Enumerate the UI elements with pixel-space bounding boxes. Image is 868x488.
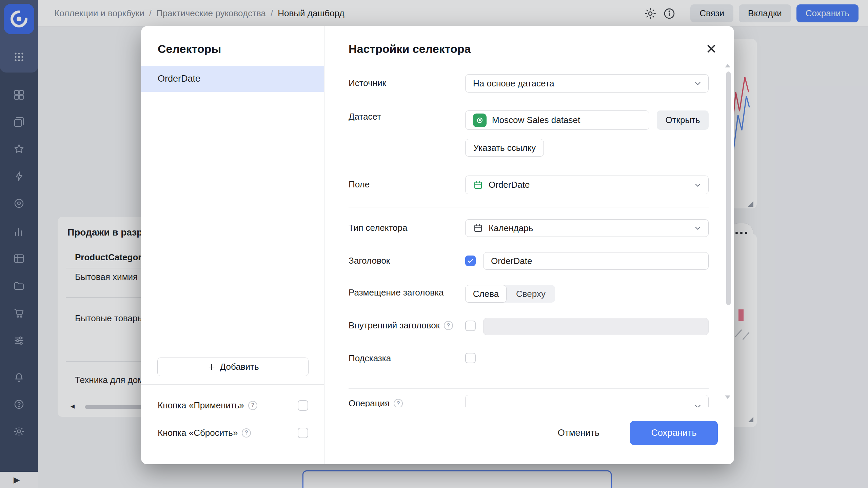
dataset-field[interactable]: Moscow Sales dataset (465, 110, 649, 130)
reset-button-checkbox[interactable] (298, 428, 308, 438)
chevron-down-icon (693, 79, 702, 88)
selector-type-label: Тип селектора (349, 223, 407, 233)
close-icon[interactable]: × (706, 40, 716, 57)
help-question-icon[interactable]: ? (242, 428, 251, 438)
form-divider (349, 388, 709, 389)
date-field-calendar-icon (473, 180, 483, 190)
add-selector-label: Добавить (220, 362, 259, 372)
placement-label: Размещение заголовка (349, 287, 443, 298)
selectors-list-panel: Селекторы OrderDate Добавить Кнопка «При… (141, 26, 324, 464)
dataset-label: Датасет (349, 111, 381, 122)
form-divider (349, 207, 709, 207)
hint-label: Подсказка (349, 353, 391, 364)
chevron-down-icon (693, 402, 702, 407)
cancel-button[interactable]: Отменить (556, 427, 601, 439)
operation-label-text: Операция (349, 398, 390, 407)
screen: ▶ Коллекции и воркбуки / Практические ру… (0, 0, 868, 488)
settings-panel-title: Настройки селектора (349, 42, 471, 56)
placement-segmented-control: Слева Сверху (465, 285, 555, 303)
title-input[interactable] (483, 252, 709, 270)
panel-divider (141, 384, 324, 385)
operation-label: Операция ? (349, 398, 403, 407)
chevron-down-icon (693, 181, 702, 189)
field-label: Поле (349, 179, 370, 190)
dataset-icon (473, 114, 487, 127)
checkmark-icon (467, 257, 474, 265)
selector-settings-panel: Настройки селектора × Источник На основе… (324, 26, 734, 464)
source-label: Источник (349, 78, 386, 88)
apply-button-row-label: Кнопка «Применить» (158, 400, 244, 411)
placement-option-left[interactable]: Слева (465, 285, 507, 303)
title-label: Заголовок (349, 256, 390, 266)
specify-link-button[interactable]: Указать ссылку (465, 139, 544, 157)
chevron-down-icon (693, 224, 702, 232)
reset-button-row-label: Кнопка «Сбросить» (158, 428, 238, 438)
scroll-up-icon[interactable] (725, 64, 730, 67)
calendar-icon (473, 223, 483, 233)
selector-type-select[interactable]: Календарь (465, 219, 709, 237)
open-dataset-button[interactable]: Открыть (657, 110, 709, 130)
selector-item-label: OrderDate (158, 74, 200, 84)
reset-button-row: Кнопка «Сбросить» ? (158, 425, 308, 440)
plus-icon (207, 363, 216, 371)
placement-option-top[interactable]: Сверху (507, 285, 555, 303)
dialog-footer: Отменить Сохранить (324, 421, 734, 445)
apply-button-row: Кнопка «Применить» ? (158, 398, 308, 413)
field-value: OrderDate (489, 180, 530, 190)
field-select[interactable]: OrderDate (465, 176, 709, 194)
source-value: На основе датасета (473, 78, 554, 89)
apply-button-checkbox[interactable] (298, 400, 308, 411)
operation-select[interactable] (465, 395, 709, 407)
hint-checkbox[interactable] (465, 353, 476, 363)
source-select[interactable]: На основе датасета (465, 74, 709, 93)
inner-title-label-text: Внутренний заголовок (349, 320, 440, 331)
selector-list-item-orderdate[interactable]: OrderDate (141, 66, 324, 92)
help-question-icon[interactable]: ? (444, 321, 453, 330)
selector-settings-dialog: Селекторы OrderDate Добавить Кнопка «При… (141, 26, 734, 464)
selector-type-value: Календарь (489, 223, 533, 233)
dataset-name: Moscow Sales dataset (492, 115, 580, 125)
inner-title-input-disabled (483, 318, 709, 335)
selectors-panel-title: Селекторы (158, 42, 221, 56)
scroll-down-icon[interactable] (725, 395, 730, 399)
title-checkbox[interactable] (465, 256, 476, 266)
add-selector-button[interactable]: Добавить (157, 358, 309, 376)
scrollbar-thumb[interactable] (726, 72, 731, 305)
help-question-icon[interactable]: ? (394, 399, 403, 407)
settings-form-scroll-area: Источник На основе датасета Датасет M (324, 67, 734, 407)
inner-title-checkbox[interactable] (465, 321, 476, 331)
save-selector-button[interactable]: Сохранить (630, 421, 718, 445)
inner-title-label: Внутренний заголовок ? (349, 320, 453, 331)
help-question-icon[interactable]: ? (248, 401, 257, 410)
